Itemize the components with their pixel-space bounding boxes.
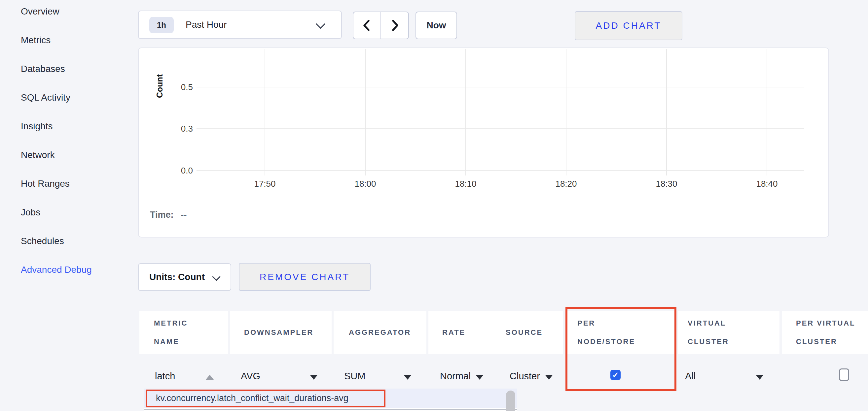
column-header-per-node-store: PERNODE/STORE [567,311,674,354]
sidebar-item-metrics[interactable]: Metrics [21,34,120,46]
column-header-source: SOURCE [494,311,563,354]
caret-down-icon[interactable] [476,375,484,380]
downsampler-select[interactable]: AVG [241,371,260,382]
time-range-label: Past Hour [186,11,227,38]
column-header-aggregator: AGGREGATOR [334,311,426,354]
x-tick-label: 18:30 [643,179,690,189]
previous-time-window-button[interactable] [353,12,381,39]
sidebar-item-hot-ranges[interactable]: Hot Ranges [21,178,120,190]
caret-down-icon[interactable] [404,375,411,380]
rate-select[interactable]: Normal [440,371,471,382]
caret-down-icon[interactable] [756,375,764,380]
add-chart-button[interactable]: ADD CHART [575,11,682,40]
chart-plot-area[interactable] [196,49,804,175]
source-select[interactable]: Cluster [509,371,540,382]
time-value: -- [181,210,187,220]
next-time-window-button[interactable] [381,12,408,39]
time-window-arrows [353,11,409,39]
chevron-left-icon [361,19,373,32]
sidebar-item-jobs[interactable]: Jobs [21,206,120,218]
time-range-select[interactable]: 1h Past Hour [138,10,342,39]
x-tick-label: 18:10 [442,179,489,189]
per-virtual-cluster-checkbox[interactable] [839,369,849,381]
caret-down-icon[interactable] [545,375,553,380]
per-node-store-checkbox[interactable] [610,370,621,380]
sidebar-item-schedules[interactable]: Schedules [21,235,120,247]
metric-dropdown-option[interactable]: kv.concurrency.latch_conflict_wait_durat… [156,393,348,403]
dropdown-scrollbar[interactable] [506,390,515,411]
chart-card: Count 0.5 0.3 0.0 17:50 18:00 18:10 18:2… [138,47,829,238]
x-tick-label: 18:40 [744,179,790,189]
caret-up-icon[interactable] [206,375,214,380]
sidebar-item-insights[interactable]: Insights [21,121,120,132]
chevron-right-icon [389,19,400,32]
x-tick-label: 18:20 [543,179,589,189]
metric-name-input[interactable]: latch [155,371,175,382]
dropdown-separator [144,409,517,410]
sidebar-item-databases[interactable]: Databases [21,63,120,75]
time-range-badge: 1h [149,17,174,33]
sidebar-item-network[interactable]: Network [21,149,120,161]
column-header-metric-name: METRICNAME [140,311,228,354]
y-tick-label: 0.0 [166,165,193,176]
x-tick-label: 18:00 [342,179,389,189]
column-header-rate: RATE [428,311,495,354]
remove-chart-button[interactable]: REMOVE CHART [239,263,371,291]
column-header-downsampler: DOWNSAMPLER [230,311,332,354]
units-label: Units: Count [149,264,205,290]
sidebar-item-advanced-debug[interactable]: Advanced Debug [21,264,120,276]
virtual-cluster-select[interactable]: All [685,371,695,382]
y-tick-label: 0.3 [166,123,193,134]
hover-time-readout: Time:-- [150,210,187,220]
sidebar-item-overview[interactable]: Overview [21,6,120,18]
column-header-virtual-cluster: VIRTUALCLUSTER [678,311,779,354]
chevron-down-icon [212,272,220,281]
x-tick-label: 17:50 [242,179,288,189]
sidebar-item-sql-activity[interactable]: SQL Activity [21,92,120,104]
units-select[interactable]: Units: Count [138,263,231,291]
time-label: Time: [150,210,174,220]
now-button[interactable]: Now [415,11,457,39]
caret-down-icon[interactable] [310,375,318,380]
chevron-down-icon [316,19,326,29]
aggregator-select[interactable]: SUM [344,371,365,382]
y-tick-label: 0.5 [166,82,193,92]
column-header-per-virtual-cluster: PER VIRTUALCLUSTER [782,311,868,354]
sidebar: Overview Metrics Databases SQL Activity … [21,6,120,293]
